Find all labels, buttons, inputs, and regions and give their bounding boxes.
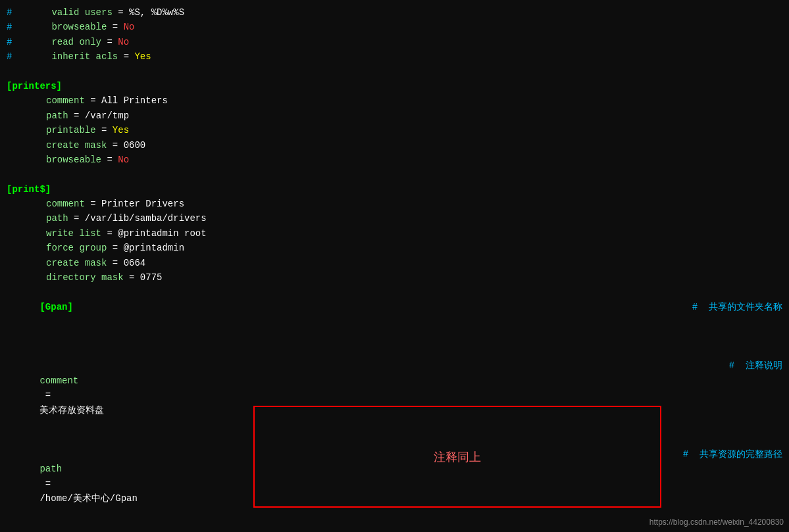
line-p4: create mask = 0600: [0, 138, 789, 153]
line-p3: printable = Yes: [0, 123, 789, 137]
line-ps1: comment = Printer Drivers: [0, 197, 789, 211]
line-empty-2: [0, 167, 789, 181]
line-ps6: directory mask = 0775: [0, 270, 789, 285]
val-1: %S, %D%w%S: [129, 5, 184, 20]
line-p1: comment = All Printers: [0, 93, 789, 108]
hash-1: #: [7, 5, 12, 20]
line-empty-1: [0, 64, 789, 79]
line-gpan: [Gpan] # 共享的文件夹名称: [0, 285, 789, 329]
watermark: https://blog.csdn.net/weixin_44200830: [649, 518, 784, 527]
line-empty-3: [0, 329, 789, 344]
line-p5: browseable = No: [0, 153, 789, 167]
line-4: # inherit acls = Yes: [0, 49, 789, 64]
annotation-label: 注释同上: [434, 449, 481, 465]
key-1: valid users: [51, 5, 112, 20]
line-p2: path = /var/tmp: [0, 109, 789, 123]
line-ps5: create mask = 0664: [0, 256, 789, 270]
line-2: # browseable = No: [0, 20, 789, 34]
line-ps4: force group = @printadmin: [0, 241, 789, 255]
line-3: # read only = No: [0, 35, 789, 49]
annotation-box: 注释同上: [253, 406, 661, 508]
line-1: # valid users = %S, %D%w%S: [0, 5, 789, 20]
line-printers: [printers]: [0, 79, 789, 93]
line-ps3: write list = @printadmin root: [0, 226, 789, 241]
line-prints: [print$]: [0, 182, 789, 197]
line-ps2: path = /var/lib/samba/drivers: [0, 211, 789, 226]
